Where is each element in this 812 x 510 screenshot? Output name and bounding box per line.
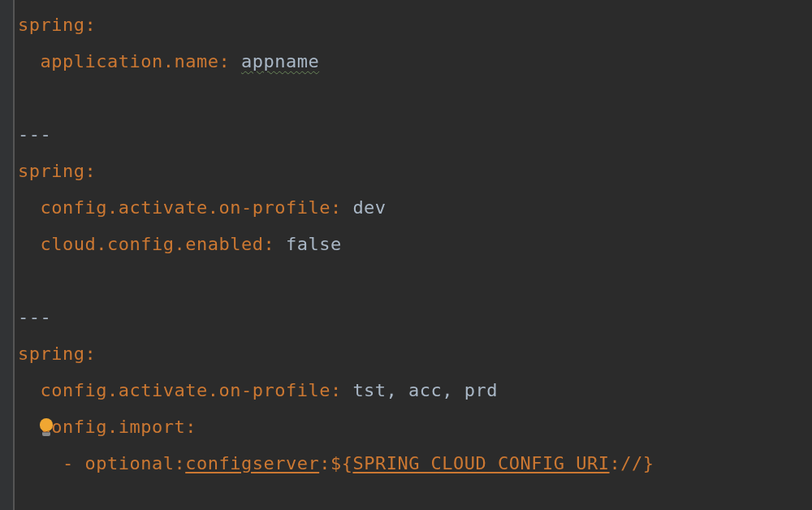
lightbulb-icon[interactable] — [39, 418, 54, 436]
yaml-segment: SPRING_CLOUD_CONFIG_URI — [352, 453, 609, 473]
colon: : — [330, 197, 353, 218]
yaml-segment: : — [319, 453, 330, 473]
colon: : — [330, 380, 353, 400]
yaml-key: spring — [18, 15, 84, 35]
yaml-key: config.activate.on-profile — [41, 197, 330, 218]
yaml-key: spring — [18, 344, 84, 364]
yaml-key: config.import — [41, 417, 186, 437]
colon: : — [218, 51, 241, 71]
yaml-segment: configserver — [185, 453, 319, 473]
code-line[interactable]: spring: — [18, 6, 812, 43]
code-line[interactable]: spring: — [18, 335, 812, 372]
code-line[interactable] — [18, 262, 812, 299]
yaml-key: cloud.config.enabled — [41, 234, 264, 254]
yaml-value: tst, acc, prd — [352, 380, 498, 400]
colon: : — [84, 161, 96, 181]
code-line[interactable]: config.activate.on-profile: dev — [18, 189, 812, 226]
code-line[interactable]: --- — [18, 116, 812, 153]
colon: : — [185, 417, 197, 437]
code-line[interactable]: spring: — [18, 153, 812, 189]
code-editor[interactable]: spring: application.name: appname ---spr… — [0, 0, 812, 482]
yaml-value: false — [286, 234, 342, 254]
yaml-segment: { — [342, 453, 353, 473]
yaml-segment: : — [174, 453, 185, 473]
code-line[interactable]: --- — [18, 299, 812, 335]
yaml-segment: : — [610, 453, 621, 473]
document-separator: --- — [18, 307, 51, 327]
yaml-segment: optional — [84, 453, 174, 473]
code-line[interactable]: cloud.config.enabled: false — [18, 226, 812, 262]
code-line[interactable]: application.name: appname — [18, 43, 812, 80]
yaml-value: appname — [241, 51, 319, 71]
document-separator: --- — [18, 124, 51, 145]
code-line[interactable]: - optional:configserver:${SPRING_CLOUD_C… — [18, 445, 812, 482]
yaml-segment: //} — [620, 453, 654, 473]
yaml-value: dev — [352, 197, 386, 218]
list-dash: - — [63, 453, 85, 473]
code-line[interactable]: config.activate.on-profile: tst, acc, pr… — [18, 372, 812, 408]
code-line[interactable] — [18, 80, 812, 116]
colon: : — [84, 15, 96, 35]
yaml-segment: $ — [330, 453, 342, 473]
yaml-key: spring — [18, 161, 84, 181]
colon: : — [84, 344, 96, 364]
code-line[interactable]: config.import: — [18, 408, 812, 445]
yaml-key: config.activate.on-profile — [41, 380, 330, 400]
colon: : — [263, 234, 286, 254]
yaml-key: application.name — [41, 51, 219, 71]
